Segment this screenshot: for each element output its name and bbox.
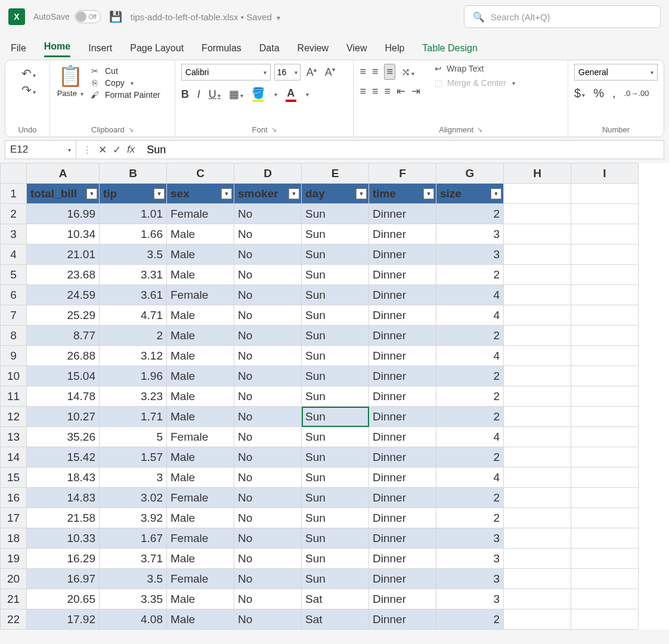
undo-icon[interactable]: ↶▾ <box>11 66 46 80</box>
cell[interactable] <box>571 407 639 427</box>
name-box[interactable]: E12 ▾ <box>5 140 76 159</box>
cell[interactable]: Dinner <box>369 204 436 224</box>
cell[interactable]: No <box>234 467 302 488</box>
row-header-20[interactable]: 20 <box>1 569 27 589</box>
cell[interactable]: 10.33 <box>27 528 100 549</box>
cell[interactable] <box>504 184 571 204</box>
cell[interactable] <box>504 447 571 467</box>
cell[interactable] <box>504 528 571 549</box>
cell[interactable] <box>571 326 639 346</box>
cell[interactable] <box>504 589 571 609</box>
cell[interactable]: 3.02 <box>100 488 167 508</box>
cell[interactable]: 3 <box>100 467 167 488</box>
cell[interactable]: 4 <box>436 467 504 488</box>
table-header-size[interactable]: size▼ <box>436 184 504 204</box>
cell[interactable] <box>571 447 639 467</box>
cell[interactable]: 2 <box>436 609 504 630</box>
cell[interactable]: Sat <box>302 609 369 630</box>
cell[interactable]: 2 <box>436 265 504 285</box>
column-header-C[interactable]: C <box>167 163 234 184</box>
cell[interactable]: 1.57 <box>100 447 167 467</box>
table-header-sex[interactable]: sex▼ <box>167 184 234 204</box>
filter-dropdown-icon[interactable]: ▼ <box>221 188 232 199</box>
currency-button[interactable]: $▾ <box>574 86 585 100</box>
row-header-13[interactable]: 13 <box>1 427 27 447</box>
cell[interactable]: Male <box>167 366 234 386</box>
copy-button[interactable]: ⎘Copy▾ <box>89 78 160 88</box>
cell[interactable]: Sun <box>302 244 369 265</box>
filter-dropdown-icon[interactable]: ▼ <box>154 188 165 199</box>
cell[interactable]: Dinner <box>369 549 436 569</box>
cell[interactable]: Dinner <box>369 386 436 407</box>
row-header-21[interactable]: 21 <box>1 589 27 609</box>
fx-icon[interactable]: fx <box>127 144 135 156</box>
cell[interactable] <box>571 589 639 609</box>
tab-file[interactable]: File <box>11 43 26 57</box>
cell[interactable] <box>571 508 639 528</box>
align-middle-icon[interactable]: ≡ <box>372 66 379 78</box>
table-header-smoker[interactable]: smoker▼ <box>234 184 302 204</box>
borders-button[interactable]: ▦▾ <box>229 88 243 101</box>
cell[interactable] <box>504 488 571 508</box>
comma-button[interactable]: , <box>612 86 616 100</box>
font-size-combo[interactable]: 16▾ <box>274 64 301 80</box>
cell[interactable]: No <box>234 285 302 305</box>
cell[interactable]: Dinner <box>369 305 436 326</box>
cell[interactable]: 14.83 <box>27 488 100 508</box>
cell[interactable]: 1.71 <box>100 407 167 427</box>
cell[interactable]: Sun <box>302 407 369 427</box>
cell[interactable]: Dinner <box>369 528 436 549</box>
dialog-launcher-icon[interactable]: ↘ <box>271 126 277 134</box>
cell[interactable]: 3.61 <box>100 285 167 305</box>
decrease-indent-icon[interactable]: ⇤ <box>397 85 405 98</box>
cell[interactable]: Female <box>167 569 234 589</box>
cell[interactable] <box>504 609 571 630</box>
cell[interactable]: 2 <box>436 508 504 528</box>
cell[interactable]: 4.71 <box>100 305 167 326</box>
row-header-19[interactable]: 19 <box>1 549 27 569</box>
cell[interactable]: No <box>234 488 302 508</box>
paste-button[interactable]: 📋 Paste ▾ <box>56 64 85 102</box>
column-header-E[interactable]: E <box>302 163 369 184</box>
cell[interactable] <box>504 346 571 366</box>
cell[interactable] <box>571 204 639 224</box>
cell[interactable]: No <box>234 569 302 589</box>
increase-indent-icon[interactable]: ⇥ <box>411 85 420 98</box>
cell[interactable]: 3.31 <box>100 265 167 285</box>
cell[interactable]: 2 <box>436 204 504 224</box>
tab-insert[interactable]: Insert <box>88 43 112 57</box>
cell[interactable]: 4.08 <box>100 609 167 630</box>
cell[interactable]: No <box>234 609 302 630</box>
document-title[interactable]: tips-add-to-left-of-table.xlsx • Saved ▾ <box>131 12 280 22</box>
cell[interactable] <box>504 326 571 346</box>
cell[interactable]: 15.04 <box>27 366 100 386</box>
cell[interactable]: Sun <box>302 386 369 407</box>
cell[interactable]: Sun <box>302 326 369 346</box>
cell[interactable]: 14.78 <box>27 386 100 407</box>
cell[interactable] <box>571 285 639 305</box>
filter-dropdown-icon[interactable]: ▼ <box>423 188 434 199</box>
cell[interactable]: No <box>234 447 302 467</box>
cell[interactable]: 1.66 <box>100 224 167 244</box>
cell[interactable] <box>504 204 571 224</box>
cell[interactable] <box>571 305 639 326</box>
cell[interactable]: 10.34 <box>27 224 100 244</box>
tab-view[interactable]: View <box>346 43 367 57</box>
font-color-button[interactable]: A <box>286 87 296 102</box>
underline-button[interactable]: U▾ <box>209 88 221 101</box>
bold-button[interactable]: B <box>181 88 189 101</box>
cell[interactable] <box>504 285 571 305</box>
cell[interactable]: Female <box>167 528 234 549</box>
row-header-18[interactable]: 18 <box>1 528 27 549</box>
cell[interactable]: Sun <box>302 366 369 386</box>
cell[interactable]: No <box>234 589 302 609</box>
cell[interactable]: 4 <box>436 305 504 326</box>
table-header-time[interactable]: time▼ <box>369 184 436 204</box>
cell[interactable]: 3 <box>436 224 504 244</box>
cell[interactable]: Dinner <box>369 366 436 386</box>
cell[interactable]: 2 <box>436 447 504 467</box>
cell[interactable]: No <box>234 366 302 386</box>
cell[interactable] <box>504 467 571 488</box>
cell[interactable] <box>504 305 571 326</box>
cancel-icon[interactable]: ✕ <box>98 144 107 156</box>
